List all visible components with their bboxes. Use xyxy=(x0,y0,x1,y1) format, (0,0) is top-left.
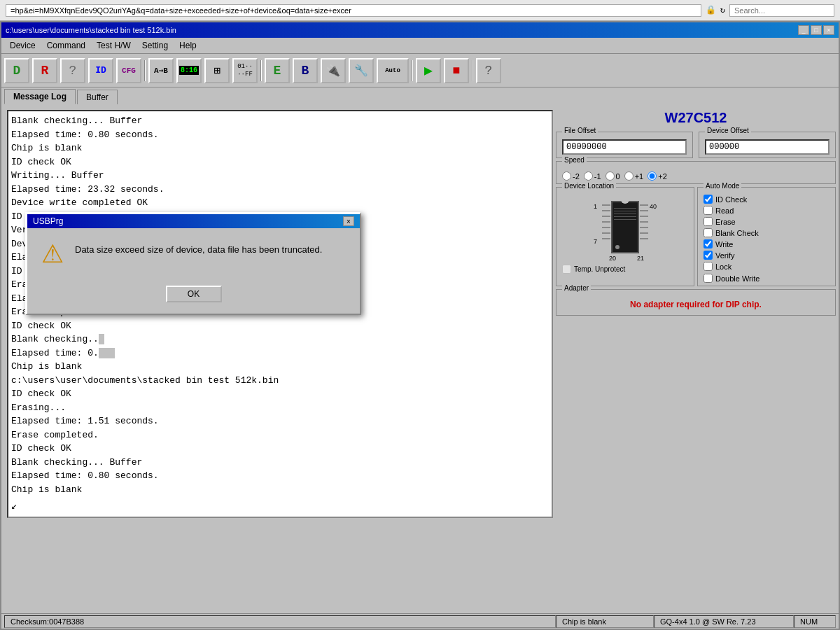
chip-line xyxy=(614,211,636,211)
file-offset-input[interactable] xyxy=(562,139,687,155)
lock-checkbox[interactable] xyxy=(704,262,713,271)
read-checkbox[interactable] xyxy=(704,206,713,215)
auto-button[interactable]: Auto xyxy=(377,58,409,83)
chip-body xyxy=(611,201,639,253)
dialog-close-button[interactable]: × xyxy=(343,216,354,226)
main-window: c:\users\user\documents\stacked bin test… xyxy=(0,21,840,630)
erase-checkbox[interactable] xyxy=(704,217,713,226)
temp-unprotect-checkbox[interactable] xyxy=(562,265,571,274)
dialog-title-text: USBPrg xyxy=(33,216,63,226)
adapter-legend: Adapter xyxy=(562,284,591,292)
speed-zero-radio[interactable] xyxy=(606,172,615,181)
speed-plus2[interactable]: +2 xyxy=(648,172,667,181)
maximize-button[interactable]: □ xyxy=(811,25,822,35)
speed-zero[interactable]: 0 xyxy=(606,172,620,181)
log-line-19: Chip is blank xyxy=(11,360,549,374)
chip-lines xyxy=(614,208,636,220)
chip-visual: 1 40 7 20 21 xyxy=(594,197,657,260)
speed-minus1-radio[interactable] xyxy=(584,172,593,181)
blank-check-button[interactable]: B xyxy=(293,58,318,83)
idcheck-checkbox[interactable] xyxy=(704,195,713,204)
verify-checkbox[interactable] xyxy=(704,251,713,260)
write-chip-button[interactable]: 🔌 xyxy=(321,58,346,83)
tab-message-log[interactable]: Message Log xyxy=(4,89,76,104)
device-name-label: W27C512 xyxy=(556,107,836,129)
menu-setting[interactable]: Setting xyxy=(136,39,174,52)
erase-label: Erase xyxy=(715,218,736,226)
auto-mode-legend: Auto Mode xyxy=(704,182,741,190)
id-button[interactable]: ID xyxy=(88,58,113,83)
double-write-checkbox[interactable] xyxy=(704,274,713,283)
speed-minus2-radio[interactable] xyxy=(562,172,571,181)
chip-display: 1 40 7 20 21 xyxy=(562,195,688,263)
log-line-3: Chip is blank xyxy=(11,141,549,155)
dialog-overlay: USBPrg × ⚠ Data size exceed size of devi… xyxy=(18,212,368,352)
dialog-footer: OK xyxy=(27,280,360,314)
device-offset-input[interactable] xyxy=(705,139,830,155)
window-title-buttons: _ □ × xyxy=(798,25,834,35)
blankcheck-checkbox[interactable] xyxy=(704,228,713,237)
auto-mode-group: Auto Mode ID Check Read Erase xyxy=(697,187,836,286)
stop-button[interactable]: ■ xyxy=(444,58,469,83)
write-checkbox[interactable] xyxy=(704,239,713,248)
grid-button[interactable]: ⊞ xyxy=(204,58,230,83)
log-line-20: c:\users\user\documents\stacked bin test… xyxy=(11,374,549,388)
log-line-7: Device write completed OK xyxy=(11,196,549,210)
menu-help[interactable]: Help xyxy=(174,39,202,52)
chip-pins-left xyxy=(602,204,610,239)
copy-ab-button[interactable]: A⇒B xyxy=(148,58,174,83)
run-button[interactable]: ▶ xyxy=(416,58,441,83)
window-titlebar: c:\users\user\documents\stacked bin test… xyxy=(1,22,839,38)
status-version: GQ-4x4 1.0 @ SW Re. 7.23 xyxy=(654,615,794,628)
speed-plus1[interactable]: +1 xyxy=(624,172,644,181)
erase-button[interactable]: E xyxy=(265,58,290,83)
pin xyxy=(640,238,648,239)
log-line-27: Elapsed time: 0.80 seconds. xyxy=(11,469,549,483)
speed-plus1-radio[interactable] xyxy=(624,172,634,181)
speed-minus2[interactable]: -2 xyxy=(562,172,580,181)
read-button[interactable]: R xyxy=(32,58,57,83)
speed-legend: Speed xyxy=(562,156,587,164)
speed-minus1[interactable]: -1 xyxy=(584,172,601,181)
dialog-titlebar: USBPrg × xyxy=(27,214,360,228)
chip-dot xyxy=(615,245,620,249)
pin xyxy=(640,216,648,217)
pin xyxy=(602,232,610,234)
window-title-text: c:\users\user\documents\stacked bin test… xyxy=(6,26,176,34)
offset-row: File Offset Device Offset xyxy=(556,132,836,158)
menu-command[interactable]: Command xyxy=(41,39,91,52)
status-num: NUM xyxy=(794,615,836,628)
cfg-button[interactable]: CFG xyxy=(116,58,141,83)
log-line-21: ID check OK xyxy=(11,387,549,401)
menu-device[interactable]: Device xyxy=(4,39,41,52)
speed-group: Speed -2 -1 0 +1 +2 xyxy=(556,161,836,184)
verify-button[interactable]: ? xyxy=(60,58,85,83)
read-label: Read xyxy=(715,206,734,215)
close-button[interactable]: × xyxy=(823,25,834,35)
tab-buffer[interactable]: Buffer xyxy=(77,90,118,104)
pin-label-20: 20 xyxy=(609,255,616,262)
help-button[interactable]: ? xyxy=(476,58,501,83)
lock-chip-button[interactable]: 🔧 xyxy=(349,58,374,83)
toolbar-sep-4 xyxy=(472,60,473,81)
automode-verify: Verify xyxy=(704,251,830,260)
browser-url-input[interactable] xyxy=(6,4,701,17)
speed-plus2-radio[interactable] xyxy=(648,172,657,181)
menu-testhw[interactable]: Test H/W xyxy=(91,39,136,52)
minimize-button[interactable]: _ xyxy=(798,25,809,35)
write-label: Write xyxy=(715,240,733,248)
refresh-icon: ↻ xyxy=(720,5,725,15)
idcheck-label: ID Check xyxy=(715,195,747,204)
log-line-6: Elapsed time: 23.32 seconds. xyxy=(11,183,549,197)
device-button[interactable]: D xyxy=(4,58,29,83)
log-line-5: Writing... Buffer xyxy=(11,169,549,183)
adapter-group: Adapter No adapter required for DIP chip… xyxy=(556,289,836,316)
log-line-23: Elapsed time: 1.51 seconds. xyxy=(11,414,549,428)
device-location-legend: Device Location xyxy=(562,182,616,190)
fill-button[interactable]: 01····FF xyxy=(232,58,258,83)
dialog-ok-button[interactable]: OK xyxy=(166,286,222,302)
pin xyxy=(640,210,648,211)
hex-view-button[interactable]: 8:16 xyxy=(176,58,202,83)
browser-search-input[interactable] xyxy=(729,4,834,17)
automode-read: Read xyxy=(704,206,830,215)
